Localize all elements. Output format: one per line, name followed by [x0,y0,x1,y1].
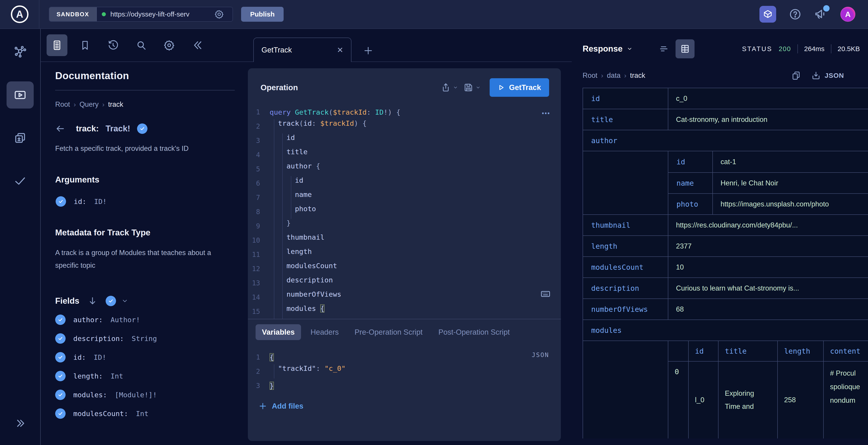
track-description: Fetch a specific track, provided a track… [55,144,227,154]
tab-gettrack[interactable]: GetTrack ✕ [253,37,351,62]
announcements-button[interactable] [814,7,828,21]
response-dropdown[interactable]: Response [583,44,632,54]
nested-row[interactable]: idcat-1 [668,151,868,172]
table-group-row[interactable]: modules [583,320,868,341]
field-name[interactable]: length: [73,372,103,380]
docs-toolbar [41,29,247,62]
back-arrow-icon[interactable] [55,124,65,134]
code-line: 13description [248,276,561,290]
field-name[interactable]: description: [73,335,124,343]
field-checkbox[interactable] [55,390,66,400]
docs-title: Documentation [55,70,235,82]
field-type[interactable]: ID! [94,353,106,361]
field-name[interactable]: id: [73,353,86,361]
breadcrumb-data[interactable]: data [607,71,620,80]
field-name[interactable]: modulesCount: [73,410,128,418]
rail-explorer-button[interactable] [6,82,34,108]
docs-tab-settings[interactable] [159,34,180,56]
help-button[interactable] [789,8,802,21]
operation-section: GetTrack ✕ Operation [247,29,572,445]
table-group-row[interactable]: author [583,130,868,151]
code-line: 1{ [248,350,561,364]
table-view-button[interactable] [676,39,694,58]
code-line: 11length [248,247,561,262]
rail-expand-button[interactable] [6,410,34,437]
field-type[interactable]: Int [111,372,123,380]
editor-menu-button[interactable] [540,108,551,119]
rail-schema-button[interactable] [6,38,34,66]
indent-guide [278,162,286,176]
field-checkbox[interactable] [55,408,66,419]
endpoint-url-input[interactable]: https://odyssey-lift-off-serv [97,7,232,21]
modules-data-row[interactable]: 0l_0Exploring Time and258# Procul spolio… [668,361,868,439]
keyboard-shortcuts-button[interactable] [540,289,551,299]
chevron-down-icon[interactable] [121,297,128,304]
breadcrumb-root[interactable]: Root [55,100,70,108]
field-checkbox[interactable] [55,371,66,381]
copy-response-button[interactable] [791,70,801,81]
track-field-type[interactable]: Track! [105,124,130,133]
share-button[interactable] [441,83,458,93]
field-checkbox[interactable] [55,333,66,344]
sandbox-switcher-button[interactable] [760,6,776,23]
subtab-variables[interactable]: Variables [255,324,301,340]
field-type[interactable]: Author! [111,316,140,324]
tab-close-button[interactable]: ✕ [337,45,344,55]
docs-tab-documentation[interactable] [46,34,67,56]
nested-row[interactable]: photohttps://images.unsplash.com/photo [668,193,868,214]
field-name[interactable]: modules: [73,391,107,399]
field-checkbox[interactable] [55,352,66,362]
argument-name[interactable]: id: [74,197,86,205]
field-checkbox[interactable] [55,315,66,325]
download-json-button[interactable]: JSON [811,70,844,81]
track-selected-badge[interactable] [137,123,148,134]
modules-table: idtitlelengthcontent0l_0Exploring Time a… [668,341,868,439]
row-key: author [583,130,868,151]
table-row[interactable]: titleCat-stronomy, an introduction [583,109,868,130]
field-type[interactable]: String [132,335,157,343]
table-row[interactable]: numberOfViews68 [583,299,868,320]
table-row[interactable]: length2377 [583,236,868,257]
docs-collapse-button[interactable] [187,34,208,56]
main-area: Documentation Root › Query › track track… [0,29,868,445]
list-view-button[interactable] [654,39,673,58]
add-files-button[interactable]: Add files [248,393,561,410]
fields-list: author:Author!description:Stringid:ID!le… [55,315,235,419]
variables-editor[interactable]: JSON 1{2"trackId": "c_0"3} [248,345,561,393]
save-button[interactable] [463,83,480,93]
endpoint-settings-icon[interactable] [214,9,224,19]
run-gettrack-button[interactable]: GetTrack [490,78,549,97]
field-type[interactable]: [Module!]! [115,391,157,399]
nested-row[interactable]: nameHenri, le Chat Noir [668,172,868,193]
new-tab-button[interactable] [363,46,373,56]
breadcrumb-root[interactable]: Root [583,71,597,80]
avatar[interactable]: A [840,7,855,22]
fields-header: Fields [55,296,235,306]
subtab-post-operation-script[interactable]: Post-Operation Script [432,324,516,340]
nested-value: Henri, le Chat Noir [713,173,868,193]
chevron-down-icon [475,85,480,90]
graphql-editor[interactable]: 1query GetTrack($trackId: ID!) {2track(i… [248,103,561,319]
argument-type[interactable]: ID! [94,197,107,205]
fields-select-all-checkbox[interactable] [105,296,116,306]
docs-tab-search[interactable] [131,34,152,56]
table-row[interactable]: thumbnailhttps://res.cloudinary.com/dety… [583,215,868,236]
code-line: 5author { [248,162,561,176]
field-name[interactable]: author: [73,316,103,324]
argument-checkbox[interactable] [56,196,66,207]
field-type[interactable]: Int [136,410,149,418]
rail-checks-button[interactable] [6,167,34,194]
breadcrumb-query[interactable]: Query [80,100,98,108]
publish-button[interactable]: Publish [241,7,284,22]
sort-down-icon[interactable] [88,296,97,306]
docs-tab-saved[interactable] [74,34,95,56]
docs-tab-history[interactable] [103,34,123,56]
indent-guide [278,304,286,319]
table-row[interactable]: descriptionCurious to learn what Cat-str… [583,278,868,299]
rail-changes-button[interactable] [6,124,34,152]
table-row[interactable]: modulesCount10 [583,257,868,278]
code-line: 12modulesCount [248,262,561,276]
subtab-pre-operation-script[interactable]: Pre-Operation Script [348,324,429,340]
subtab-headers[interactable]: Headers [304,324,345,340]
table-row[interactable]: idc_0 [583,88,868,109]
